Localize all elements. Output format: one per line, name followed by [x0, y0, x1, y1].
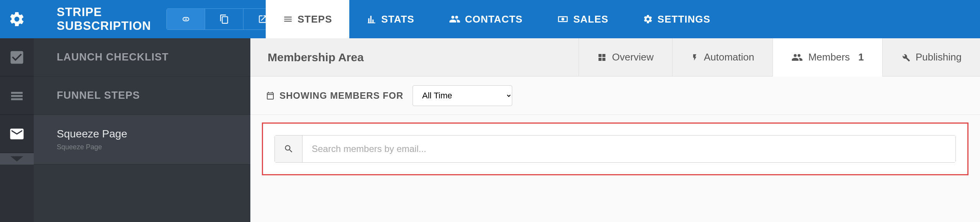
nav-sales-label: SALES: [573, 13, 608, 25]
sub-header: Membership Area Overview Automation: [250, 38, 980, 77]
money-icon: [557, 13, 569, 25]
nav-stats[interactable]: STATS: [349, 0, 431, 38]
top-bar: STRIPE SUBSCRIPTION: [0, 0, 980, 38]
users-icon: [449, 13, 460, 25]
rail-steps[interactable]: [0, 77, 34, 115]
bolt-icon: [691, 53, 699, 62]
nav-contacts-label: CONTACTS: [465, 13, 523, 25]
envelope-icon: [9, 126, 25, 142]
calendar-icon: [266, 91, 275, 100]
tab-automation-label: Automation: [704, 51, 755, 63]
rail-checklist[interactable]: [0, 38, 34, 77]
search-icon: [284, 144, 294, 154]
sidebar-launch-checklist[interactable]: LAUNCH CHECKLIST: [34, 38, 250, 77]
checkbox-icon: [8, 49, 25, 66]
link-button[interactable]: [167, 9, 205, 29]
filter-label-text: SHOWING MEMBERS FOR: [280, 90, 403, 101]
tab-publishing-label: Publishing: [916, 51, 962, 63]
gear-icon: [8, 11, 25, 28]
chevron-down-icon: [9, 155, 25, 163]
nav-contacts[interactable]: CONTACTS: [432, 0, 540, 38]
tab-overview-label: Overview: [612, 51, 653, 63]
members-count: 1: [858, 51, 864, 63]
grid-icon: [597, 53, 607, 62]
link-icon: [181, 14, 191, 24]
search-highlight-box: [262, 122, 968, 175]
sidebar: LAUNCH CHECKLIST FUNNEL STEPS Squeeze Pa…: [34, 38, 250, 222]
time-range-select[interactable]: All Time: [413, 85, 512, 106]
sidebar-funnel-steps[interactable]: FUNNEL STEPS: [34, 77, 250, 115]
nav-settings[interactable]: SETTINGS: [626, 0, 728, 38]
wrench-icon: [901, 53, 910, 62]
settings-gear-button[interactable]: [0, 0, 34, 38]
left-rail: [0, 38, 34, 222]
search-box: [275, 135, 956, 163]
nav-stats-label: STATS: [381, 13, 414, 25]
tab-publishing[interactable]: Publishing: [882, 38, 980, 77]
bars-icon: [283, 14, 293, 24]
filter-label: SHOWING MEMBERS FOR: [266, 90, 403, 101]
nav-steps-label: STEPS: [298, 13, 332, 25]
main-content: Membership Area Overview Automation: [250, 38, 980, 222]
gear-icon: [643, 14, 653, 24]
search-icon-cell: [275, 135, 303, 162]
body: LAUNCH CHECKLIST FUNNEL STEPS Squeeze Pa…: [0, 38, 980, 222]
nav-settings-label: SETTINGS: [658, 13, 710, 25]
page-title: Membership Area: [250, 51, 579, 64]
nav-steps[interactable]: STEPS: [266, 0, 349, 38]
nav-sales[interactable]: SALES: [540, 0, 626, 38]
chart-icon: [367, 14, 377, 24]
sidebar-funnel-label: FUNNEL STEPS: [57, 90, 140, 101]
search-input[interactable]: [303, 135, 955, 162]
funnel-title: STRIPE SUBSCRIPTION: [34, 0, 250, 38]
step-subtitle: Squeeze Page: [57, 143, 102, 151]
step-title: Squeeze Page: [57, 128, 127, 140]
copy-button[interactable]: [205, 9, 243, 29]
sidebar-launch-label: LAUNCH CHECKLIST: [57, 51, 169, 63]
users-icon: [791, 52, 803, 63]
top-nav: STEPS STATS CONTACTS SALES SETTINGS: [266, 0, 980, 38]
tab-automation[interactable]: Automation: [672, 38, 773, 77]
copy-icon: [219, 14, 229, 24]
rail-chevron[interactable]: [0, 153, 34, 165]
tab-overview[interactable]: Overview: [579, 38, 672, 77]
bars-icon: [9, 88, 25, 103]
tab-members[interactable]: Members 1: [773, 38, 882, 77]
sidebar-step-squeeze[interactable]: Squeeze Page Squeeze Page: [34, 115, 250, 165]
sub-tabs: Overview Automation Members 1: [579, 38, 980, 77]
rail-email[interactable]: [0, 115, 34, 153]
filter-row: SHOWING MEMBERS FOR All Time: [250, 77, 980, 115]
title-text: STRIPE SUBSCRIPTION: [57, 5, 151, 33]
tab-members-label: Members: [808, 51, 850, 63]
